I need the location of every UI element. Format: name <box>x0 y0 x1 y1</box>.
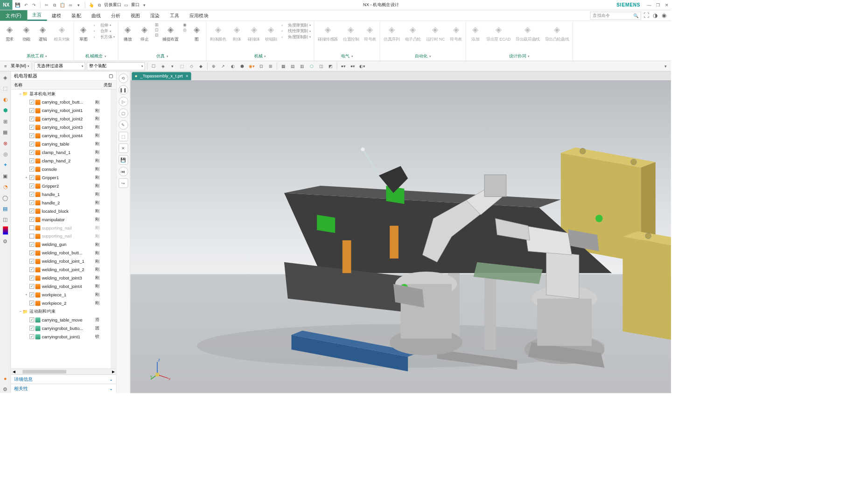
sidebar-icon[interactable]: ⬢ <box>1 106 9 114</box>
edit-button[interactable]: ✎ <box>119 120 128 129</box>
checkbox[interactable] <box>29 158 34 163</box>
checkbox[interactable] <box>29 259 34 264</box>
tree-row[interactable]: carrying_robot_joint3刚 <box>11 123 111 132</box>
tree-row[interactable]: carryingrobot_butto...固 <box>11 324 111 332</box>
ribbon-button[interactable]: ◈播放 <box>120 22 136 43</box>
tool-icon[interactable]: ⬡ <box>308 62 315 70</box>
close-tab-icon[interactable]: × <box>186 74 188 79</box>
tree-row[interactable]: workpiece_2刚 <box>11 299 111 308</box>
ribbon-group-label[interactable]: 机械概念 <box>76 52 117 61</box>
tree-row[interactable]: welding_robot_joint_1刚 <box>11 257 111 266</box>
ribbon-small-button[interactable]: ▫合并 ▾ <box>94 28 111 34</box>
paste-icon[interactable]: 📋 <box>59 2 66 8</box>
tree-row[interactable]: carrying_robot_joint2刚 <box>11 115 111 123</box>
tab-tools[interactable]: 工具 <box>165 10 184 21</box>
vertical-scrollbar[interactable] <box>111 90 116 369</box>
tree-row[interactable]: −📁基本机电对象 <box>11 90 111 98</box>
tab-render[interactable]: 渲染 <box>145 10 165 21</box>
window-switch-label[interactable]: 切换窗口 <box>104 2 121 8</box>
tab-curve[interactable]: 曲线 <box>86 10 106 21</box>
checkbox[interactable] <box>29 125 34 130</box>
tree-row[interactable]: Gripper2刚 <box>11 182 111 190</box>
column-type[interactable]: 类型 <box>99 82 116 88</box>
sidebar-icon[interactable]: ⊞ <box>1 117 9 125</box>
window-icon[interactable]: ▭ <box>123 2 130 8</box>
cut-icon[interactable]: ✂ <box>43 2 50 8</box>
tree-row[interactable]: welding_robot_joint_2刚 <box>11 266 111 274</box>
ribbon-icon[interactable]: ⊟ <box>155 33 158 37</box>
tool-icon-dropdown[interactable]: ◉▾ <box>248 62 256 70</box>
filter-combo[interactable]: 无选择过滤器 <box>34 62 85 70</box>
tree-row[interactable]: clamp_hand_2刚 <box>11 156 111 165</box>
touch-icon[interactable]: 👆 <box>88 2 95 8</box>
ribbon-group-label[interactable]: 仿真 <box>120 52 205 61</box>
navigator-dock-icon[interactable]: ▢ <box>109 73 113 79</box>
ribbon-button[interactable]: ◈逻辑 <box>35 22 51 43</box>
ribbon-button[interactable]: ◈图 <box>189 22 204 43</box>
tree-row[interactable]: handle_1刚 <box>11 190 111 198</box>
help-icon[interactable]: ◉ <box>661 12 667 19</box>
tree-row[interactable]: +Gripper1刚 <box>11 173 111 182</box>
checkbox[interactable] <box>29 276 34 280</box>
checkbox[interactable] <box>29 183 34 188</box>
snap-button[interactable]: ⬚ <box>119 132 128 141</box>
copy-icon[interactable]: ⧉ <box>51 2 58 8</box>
tree-row[interactable]: welding_gun刚 <box>11 240 111 249</box>
search-commands-input[interactable]: 查找命令 🔍 <box>590 12 641 20</box>
tool-icon[interactable]: ▦ <box>279 62 287 70</box>
checkbox[interactable] <box>29 175 34 180</box>
tree-row[interactable]: carrying_robot_butt...刚 <box>11 98 111 106</box>
checkbox[interactable] <box>29 334 34 339</box>
checkbox[interactable] <box>29 326 34 330</box>
sidebar-icon[interactable]: ◫ <box>1 216 9 224</box>
ribbon-small-button[interactable]: ▫线性弹簧副 ▾ <box>281 28 311 34</box>
checkbox[interactable] <box>29 217 34 222</box>
view-axis-triad[interactable]: Z X Y <box>150 358 172 381</box>
ribbon-small-button[interactable]: ▫角度限制副 ▾ <box>281 34 311 40</box>
checkbox[interactable] <box>29 108 34 113</box>
document-tab[interactable]: ● _Topassembly_x_t.prt × <box>132 72 191 80</box>
menu-button-label[interactable]: 菜单(M) <box>11 63 26 69</box>
tool-icon[interactable]: ☐ <box>150 62 158 70</box>
ribbon-icon[interactable]: ◎ <box>183 28 187 32</box>
expander-icon[interactable]: + <box>24 293 28 297</box>
navigator-tree[interactable]: −📁基本机电对象carrying_robot_butt...刚carrying_… <box>11 90 111 369</box>
tree-row[interactable]: located_block刚 <box>11 207 111 215</box>
3d-canvas[interactable]: Z X Y <box>130 80 671 393</box>
tree-row[interactable]: carrying_table_move滑 <box>11 315 111 324</box>
tree-row[interactable]: manipulator刚 <box>11 215 111 224</box>
window-dropdown[interactable]: ▾ <box>141 2 148 8</box>
checkbox[interactable] <box>29 209 34 213</box>
sidebar-icon[interactable]: ⚙ <box>1 238 9 245</box>
tab-assembly[interactable]: 装配 <box>66 10 86 21</box>
checkbox[interactable] <box>29 133 34 138</box>
minimize-ribbon-icon[interactable]: ◑ <box>652 12 658 19</box>
checkbox[interactable] <box>29 200 34 205</box>
expander-icon[interactable]: − <box>18 309 22 314</box>
ribbon-group-label[interactable]: 设计协同 <box>468 52 571 61</box>
ribbon-button[interactable]: ◈功能 <box>18 22 34 43</box>
fullscreen-icon[interactable]: ⛶ <box>643 12 650 19</box>
sidebar-icon[interactable]: ● <box>1 374 9 382</box>
ribbon-small-button[interactable]: ▫长方体 ▾ <box>94 34 115 40</box>
checkbox[interactable] <box>29 284 34 289</box>
more-dropdown[interactable]: ▾ <box>76 2 82 8</box>
relevance-panel-header[interactable]: 相关性 ⌄ <box>11 384 116 393</box>
tool-icon[interactable]: ⊡ <box>257 62 265 70</box>
rewind-button[interactable]: ⏮ <box>119 167 128 176</box>
checkbox[interactable] <box>29 234 34 238</box>
tool-icon-dropdown[interactable]: ▾ <box>168 62 176 70</box>
restore-button[interactable]: ❐ <box>653 1 662 9</box>
tool-icon[interactable]: ▥ <box>298 62 306 70</box>
file-menu[interactable]: 文件(F) <box>0 10 27 21</box>
sidebar-icon[interactable]: ▤ <box>1 204 9 212</box>
tab-app-module[interactable]: 应用模块 <box>184 10 213 21</box>
forward-button[interactable]: ↪ <box>119 178 128 188</box>
tool-icon[interactable]: ▤ <box>289 62 297 70</box>
tool-icon[interactable]: ⬢ <box>238 62 246 70</box>
ribbon-small-button[interactable]: ▫角度弹簧副 ▾ <box>281 22 311 28</box>
tree-row[interactable]: −📁运动副和约束 <box>11 307 111 315</box>
play-button[interactable]: ▷ <box>119 97 128 106</box>
tab-view[interactable]: 视图 <box>126 10 145 21</box>
checkbox[interactable] <box>29 301 34 305</box>
